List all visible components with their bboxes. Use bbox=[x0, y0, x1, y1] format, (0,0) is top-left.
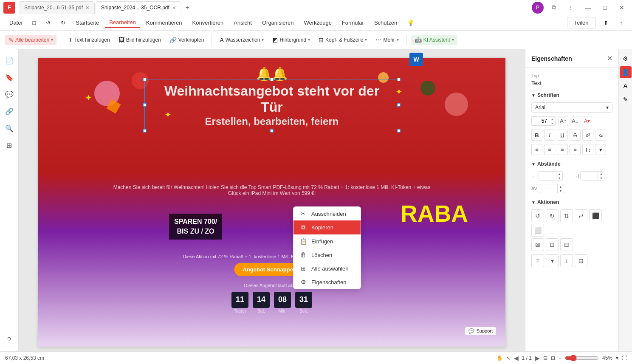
delete-action-btn[interactable]: ⊟ bbox=[560, 238, 573, 251]
menu-datei[interactable]: Datei bbox=[5, 18, 26, 28]
font-size-spinbox[interactable]: 57 ▲ ▼ bbox=[531, 116, 556, 126]
far-right-user-icon[interactable]: 👤 bbox=[620, 66, 632, 78]
clip-btn[interactable]: ⊡ bbox=[546, 238, 559, 251]
menu-window[interactable]: □ bbox=[28, 18, 40, 28]
menu-schuetzen[interactable]: Schützen bbox=[370, 18, 401, 28]
font-increase-btn[interactable]: A↑ bbox=[558, 116, 568, 126]
spacing-right-spinbox[interactable]: 0,24 ▲ ▼ bbox=[580, 171, 604, 181]
crop-btn[interactable]: ⊠ bbox=[531, 238, 544, 251]
menu-konvertieren[interactable]: Konvertieren bbox=[188, 18, 228, 28]
spacing-left-up[interactable]: ▲ bbox=[556, 172, 562, 176]
more-button-toolbar[interactable]: ⋯ Mehr ▾ bbox=[372, 35, 402, 45]
context-copy[interactable]: ⧉ Kopieren bbox=[293, 220, 361, 234]
sidebar-bookmarks-icon[interactable]: 🔖 bbox=[2, 70, 17, 85]
align-left-btn[interactable]: ≡ bbox=[531, 144, 542, 155]
bold-btn[interactable]: B bbox=[531, 130, 542, 141]
strikethrough-btn[interactable]: S bbox=[570, 130, 581, 141]
menu-bearbeiten[interactable]: Bearbeiten bbox=[105, 17, 140, 28]
view-options-1[interactable]: ⊟ bbox=[543, 355, 547, 361]
menu-organisieren[interactable]: Organisieren bbox=[258, 18, 298, 28]
char-spacing-input[interactable]: 0 bbox=[540, 185, 557, 192]
spacing-left-down[interactable]: ▼ bbox=[556, 176, 562, 180]
align-center-btn[interactable]: ≡ bbox=[544, 144, 555, 155]
upload-icon[interactable]: ↑ bbox=[616, 18, 627, 28]
menu-werkzeuge[interactable]: Werkzeuge bbox=[299, 18, 336, 28]
far-right-edit-icon[interactable]: ✎ bbox=[620, 93, 632, 105]
align-distribute-btn[interactable]: ≡ bbox=[531, 254, 544, 267]
align-right-btn[interactable]: ≡ bbox=[557, 144, 568, 155]
zoom-dropdown[interactable]: ▾ bbox=[616, 355, 618, 361]
prev-page-btn[interactable]: ◀ bbox=[514, 355, 519, 361]
tab-1[interactable]: Snipaste_20...6-51-35.pdf ✕ bbox=[19, 1, 95, 14]
header-footer-button[interactable]: ⊟ Kopf- & Fußzeile ▾ bbox=[315, 35, 370, 45]
sidebar-links-icon[interactable]: 🔗 bbox=[2, 104, 17, 119]
add-tab-button[interactable]: + bbox=[182, 3, 192, 13]
italic-btn[interactable]: I bbox=[544, 130, 555, 141]
zoom-out-btn[interactable]: − bbox=[559, 355, 561, 361]
image-add-button[interactable]: 🖼 Bild hinzufügen bbox=[115, 35, 164, 45]
next-page-btn[interactable]: ▶ bbox=[535, 355, 540, 361]
font-decrease-btn[interactable]: A↓ bbox=[570, 116, 580, 126]
spacing-right-down[interactable]: ▼ bbox=[598, 176, 604, 180]
background-button[interactable]: ◩ Hintergrund ▾ bbox=[269, 35, 313, 45]
char-spacing-down[interactable]: ▼ bbox=[558, 189, 564, 193]
font-color-btn[interactable]: A▾ bbox=[582, 116, 592, 126]
spacing-left-input[interactable]: 0 bbox=[539, 172, 556, 180]
spacing-right-up[interactable]: ▲ bbox=[598, 172, 604, 176]
panel-close-button[interactable]: ✕ bbox=[607, 54, 612, 62]
align-caret-btn[interactable]: ▾ bbox=[546, 254, 559, 267]
spacing-option-btn[interactable]: ▾ bbox=[595, 144, 606, 155]
char-spacing-spinbox[interactable]: 0 ▲ ▼ bbox=[540, 184, 564, 193]
undo-btn[interactable]: ↺ bbox=[42, 18, 55, 28]
text-selection-box[interactable]: Weihnachtsangebot steht vor der Tür Erst… bbox=[144, 79, 399, 131]
flip-v-btn[interactable]: ⇅ bbox=[560, 209, 573, 222]
rotate-ccw-btn[interactable]: ↺ bbox=[531, 209, 544, 222]
tab-2-close[interactable]: ✕ bbox=[172, 5, 176, 11]
link-button[interactable]: 🔗 Verknüpfen bbox=[166, 35, 208, 45]
subscript-btn[interactable]: x₂ bbox=[595, 130, 606, 141]
align-vert-btn[interactable]: ↕ bbox=[560, 254, 573, 267]
context-delete[interactable]: 🗑 Löschen bbox=[293, 248, 361, 262]
share-button[interactable]: Teilen bbox=[567, 17, 596, 28]
flip-h-btn[interactable]: ⇄ bbox=[575, 209, 587, 222]
align-justify-btn[interactable]: ≡ bbox=[570, 144, 581, 155]
avatar[interactable]: P bbox=[532, 2, 544, 14]
send-back-btn[interactable]: ⬜ bbox=[531, 224, 544, 237]
bring-front-btn[interactable]: ⬛ bbox=[589, 209, 602, 222]
more-button[interactable]: ⋮ bbox=[564, 1, 578, 14]
menu-ansicht[interactable]: Ansicht bbox=[229, 18, 256, 28]
spacing-right-input[interactable]: 0,24 bbox=[581, 172, 598, 180]
cursor-icon[interactable]: ✋ bbox=[497, 355, 503, 361]
spinbox-up[interactable]: ▲ bbox=[549, 117, 555, 121]
sidebar-pages-icon[interactable]: 📄 bbox=[2, 53, 17, 68]
tab-1-close[interactable]: ✕ bbox=[85, 5, 89, 11]
close-button[interactable]: ✕ bbox=[615, 1, 629, 14]
char-spacing-up[interactable]: ▲ bbox=[558, 184, 564, 189]
context-cut[interactable]: ✂ Ausschneiden bbox=[293, 207, 361, 220]
spacing-left-spinbox[interactable]: 0 ▲ ▼ bbox=[539, 171, 563, 181]
align-vert2-btn[interactable]: ⊟ bbox=[575, 254, 587, 267]
menu-lamp[interactable]: 💡 bbox=[403, 18, 418, 28]
menu-kommentieren[interactable]: Kommentieren bbox=[142, 18, 186, 28]
sidebar-comments-icon[interactable]: 💬 bbox=[2, 87, 17, 102]
sidebar-layers-icon[interactable]: ⊞ bbox=[2, 138, 17, 153]
context-paste[interactable]: 📋 Einfügen bbox=[293, 234, 361, 248]
menu-startseite[interactable]: Startseite bbox=[71, 18, 103, 28]
text-direction-btn[interactable]: T↕ bbox=[582, 144, 593, 155]
rotate-cw-btn[interactable]: ↻ bbox=[546, 209, 559, 222]
pip-button[interactable]: ⧉ bbox=[547, 1, 561, 14]
context-properties[interactable]: ⚙ Eigenschaften bbox=[293, 275, 361, 289]
context-select-all[interactable]: ⊞ Alle auswählen bbox=[293, 262, 361, 275]
edit-all-button[interactable]: ✎ Alle bearbeiten ▾ bbox=[5, 35, 56, 45]
underline-btn[interactable]: U bbox=[557, 130, 568, 141]
text-add-button[interactable]: T Text hinzufügen bbox=[65, 35, 113, 45]
sidebar-help-icon[interactable]: ? bbox=[2, 333, 17, 348]
far-right-star-icon[interactable]: A bbox=[620, 80, 632, 92]
redo-btn[interactable]: ↻ bbox=[56, 18, 70, 28]
spinbox-down[interactable]: ▼ bbox=[549, 121, 555, 125]
zoom-slider[interactable] bbox=[565, 355, 599, 361]
ki-assistant-button[interactable]: 🤖 KI Assistent ▾ bbox=[411, 35, 457, 45]
font-size-input[interactable]: 57 bbox=[532, 117, 549, 125]
watermark-button[interactable]: A Wasserzeichen ▾ bbox=[216, 35, 267, 45]
pointer-icon[interactable]: ↖ bbox=[506, 355, 511, 361]
